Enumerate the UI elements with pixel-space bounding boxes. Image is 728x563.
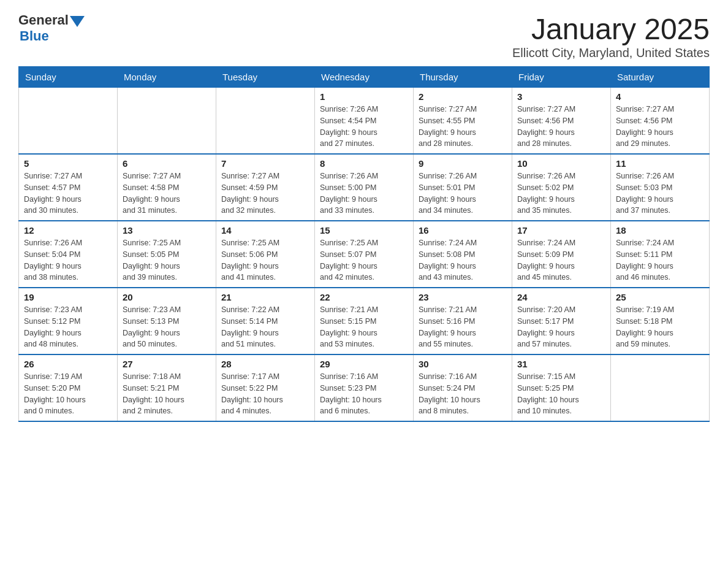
day-info: Sunrise: 7:26 AMSunset: 5:03 PMDaylight:…: [616, 170, 704, 216]
weekday-header-saturday: Saturday: [611, 67, 710, 88]
day-number: 20: [123, 292, 211, 302]
calendar-day-12: 12Sunrise: 7:26 AMSunset: 5:04 PMDayligh…: [19, 221, 118, 288]
weekday-header-thursday: Thursday: [414, 67, 512, 88]
day-info: Sunrise: 7:26 AMSunset: 5:01 PMDaylight:…: [419, 170, 507, 216]
calendar-day-31: 31Sunrise: 7:15 AMSunset: 5:25 PMDayligh…: [512, 354, 611, 421]
calendar-day-27: 27Sunrise: 7:18 AMSunset: 5:21 PMDayligh…: [118, 354, 216, 421]
day-number: 3: [517, 91, 605, 102]
calendar-day-30: 30Sunrise: 7:16 AMSunset: 5:24 PMDayligh…: [414, 354, 512, 421]
day-number: 7: [221, 158, 309, 169]
calendar-day-20: 20Sunrise: 7:23 AMSunset: 5:13 PMDayligh…: [118, 288, 216, 354]
day-info: Sunrise: 7:26 AMSunset: 5:02 PMDaylight:…: [517, 170, 605, 216]
calendar-empty-cell: [611, 354, 710, 421]
day-number: 8: [320, 158, 408, 169]
day-info: Sunrise: 7:27 AMSunset: 4:56 PMDaylight:…: [616, 104, 704, 150]
day-info: Sunrise: 7:24 AMSunset: 5:09 PMDaylight:…: [517, 237, 605, 283]
calendar-day-13: 13Sunrise: 7:25 AMSunset: 5:05 PMDayligh…: [118, 221, 216, 288]
calendar-day-29: 29Sunrise: 7:16 AMSunset: 5:23 PMDayligh…: [315, 354, 414, 421]
calendar-empty-cell: [19, 88, 118, 155]
day-info: Sunrise: 7:18 AMSunset: 5:21 PMDaylight:…: [123, 371, 211, 417]
day-number: 13: [123, 225, 211, 236]
day-number: 6: [123, 158, 211, 169]
day-info: Sunrise: 7:16 AMSunset: 5:23 PMDaylight:…: [320, 371, 408, 417]
calendar-table: SundayMondayTuesdayWednesdayThursdayFrid…: [18, 66, 710, 422]
calendar-day-21: 21Sunrise: 7:22 AMSunset: 5:14 PMDayligh…: [216, 288, 315, 354]
day-info: Sunrise: 7:25 AMSunset: 5:06 PMDaylight:…: [221, 237, 309, 283]
day-info: Sunrise: 7:15 AMSunset: 5:25 PMDaylight:…: [517, 371, 605, 417]
day-number: 30: [419, 359, 507, 369]
day-number: 5: [24, 158, 112, 169]
day-info: Sunrise: 7:27 AMSunset: 4:58 PMDaylight:…: [123, 170, 211, 216]
calendar-day-3: 3Sunrise: 7:27 AMSunset: 4:56 PMDaylight…: [512, 88, 611, 155]
day-info: Sunrise: 7:27 AMSunset: 4:59 PMDaylight:…: [221, 170, 309, 216]
day-number: 24: [517, 292, 605, 302]
day-number: 18: [616, 225, 704, 236]
calendar-day-17: 17Sunrise: 7:24 AMSunset: 5:09 PMDayligh…: [512, 221, 611, 288]
day-number: 17: [517, 225, 605, 236]
logo-triangle-icon: [70, 16, 85, 27]
day-number: 9: [419, 158, 507, 169]
calendar-empty-cell: [216, 88, 315, 155]
day-number: 1: [320, 91, 408, 102]
day-info: Sunrise: 7:25 AMSunset: 5:07 PMDaylight:…: [320, 237, 408, 283]
weekday-header-monday: Monday: [118, 67, 216, 88]
day-info: Sunrise: 7:26 AMSunset: 5:04 PMDaylight:…: [24, 237, 112, 283]
day-number: 15: [320, 225, 408, 236]
day-number: 10: [517, 158, 605, 169]
calendar-day-14: 14Sunrise: 7:25 AMSunset: 5:06 PMDayligh…: [216, 221, 315, 288]
day-info: Sunrise: 7:24 AMSunset: 5:11 PMDaylight:…: [616, 237, 704, 283]
day-number: 11: [616, 158, 704, 169]
day-number: 29: [320, 359, 408, 369]
calendar-day-6: 6Sunrise: 7:27 AMSunset: 4:58 PMDaylight…: [118, 154, 216, 221]
day-info: Sunrise: 7:26 AMSunset: 5:00 PMDaylight:…: [320, 170, 408, 216]
logo-blue-text: Blue: [20, 28, 49, 44]
day-number: 25: [616, 292, 704, 302]
calendar-day-1: 1Sunrise: 7:26 AMSunset: 4:54 PMDaylight…: [315, 88, 414, 155]
day-number: 14: [221, 225, 309, 236]
day-info: Sunrise: 7:21 AMSunset: 5:16 PMDaylight:…: [419, 304, 507, 350]
day-number: 23: [419, 292, 507, 302]
calendar-week-row: 26Sunrise: 7:19 AMSunset: 5:20 PMDayligh…: [19, 354, 710, 421]
day-info: Sunrise: 7:20 AMSunset: 5:17 PMDaylight:…: [517, 304, 605, 350]
calendar-day-7: 7Sunrise: 7:27 AMSunset: 4:59 PMDaylight…: [216, 154, 315, 221]
calendar-header-row: SundayMondayTuesdayWednesdayThursdayFrid…: [19, 67, 710, 88]
calendar-week-row: 12Sunrise: 7:26 AMSunset: 5:04 PMDayligh…: [19, 221, 710, 288]
calendar-day-10: 10Sunrise: 7:26 AMSunset: 5:02 PMDayligh…: [512, 154, 611, 221]
day-info: Sunrise: 7:27 AMSunset: 4:55 PMDaylight:…: [419, 104, 507, 150]
day-info: Sunrise: 7:22 AMSunset: 5:14 PMDaylight:…: [221, 304, 309, 350]
day-number: 21: [221, 292, 309, 302]
day-info: Sunrise: 7:17 AMSunset: 5:22 PMDaylight:…: [221, 371, 309, 417]
calendar-subtitle: Ellicott City, Maryland, United States: [512, 46, 710, 60]
calendar-day-19: 19Sunrise: 7:23 AMSunset: 5:12 PMDayligh…: [19, 288, 118, 354]
weekday-header-sunday: Sunday: [19, 67, 118, 88]
day-info: Sunrise: 7:25 AMSunset: 5:05 PMDaylight:…: [123, 237, 211, 283]
day-number: 4: [616, 91, 704, 102]
day-number: 2: [419, 91, 507, 102]
day-number: 16: [419, 225, 507, 236]
calendar-day-5: 5Sunrise: 7:27 AMSunset: 4:57 PMDaylight…: [19, 154, 118, 221]
calendar-week-row: 1Sunrise: 7:26 AMSunset: 4:54 PMDaylight…: [19, 88, 710, 155]
day-number: 26: [24, 359, 112, 369]
calendar-day-16: 16Sunrise: 7:24 AMSunset: 5:08 PMDayligh…: [414, 221, 512, 288]
logo: General Blue: [18, 12, 85, 44]
calendar-day-15: 15Sunrise: 7:25 AMSunset: 5:07 PMDayligh…: [315, 221, 414, 288]
weekday-header-wednesday: Wednesday: [315, 67, 414, 88]
calendar-day-22: 22Sunrise: 7:21 AMSunset: 5:15 PMDayligh…: [315, 288, 414, 354]
weekday-header-tuesday: Tuesday: [216, 67, 315, 88]
calendar-day-18: 18Sunrise: 7:24 AMSunset: 5:11 PMDayligh…: [611, 221, 710, 288]
calendar-day-11: 11Sunrise: 7:26 AMSunset: 5:03 PMDayligh…: [611, 154, 710, 221]
day-number: 19: [24, 292, 112, 302]
page-header: General Blue January 2025 Ellicott City,…: [18, 12, 710, 60]
calendar-week-row: 5Sunrise: 7:27 AMSunset: 4:57 PMDaylight…: [19, 154, 710, 221]
calendar-day-2: 2Sunrise: 7:27 AMSunset: 4:55 PMDaylight…: [414, 88, 512, 155]
calendar-day-9: 9Sunrise: 7:26 AMSunset: 5:01 PMDaylight…: [414, 154, 512, 221]
day-info: Sunrise: 7:19 AMSunset: 5:20 PMDaylight:…: [24, 371, 112, 417]
calendar-day-24: 24Sunrise: 7:20 AMSunset: 5:17 PMDayligh…: [512, 288, 611, 354]
day-info: Sunrise: 7:16 AMSunset: 5:24 PMDaylight:…: [419, 371, 507, 417]
calendar-day-28: 28Sunrise: 7:17 AMSunset: 5:22 PMDayligh…: [216, 354, 315, 421]
day-info: Sunrise: 7:23 AMSunset: 5:13 PMDaylight:…: [123, 304, 211, 350]
calendar-day-4: 4Sunrise: 7:27 AMSunset: 4:56 PMDaylight…: [611, 88, 710, 155]
day-info: Sunrise: 7:21 AMSunset: 5:15 PMDaylight:…: [320, 304, 408, 350]
day-number: 12: [24, 225, 112, 236]
day-info: Sunrise: 7:19 AMSunset: 5:18 PMDaylight:…: [616, 304, 704, 350]
